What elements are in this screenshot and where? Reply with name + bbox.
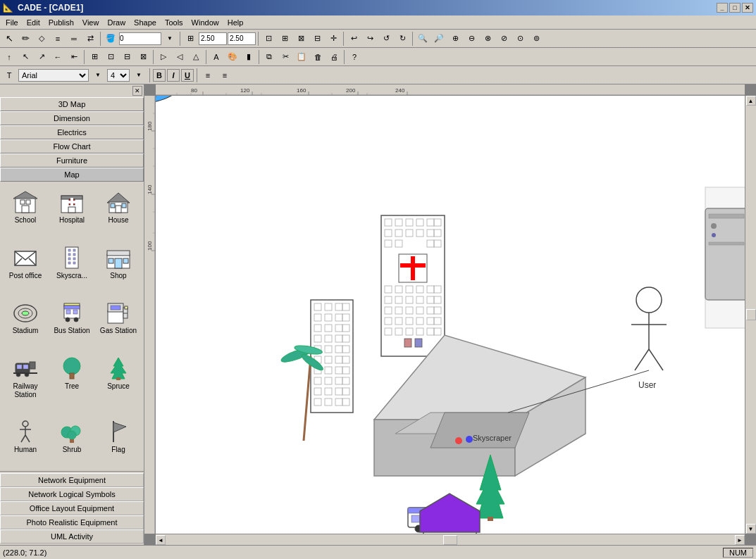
cat-photo-realistic[interactable]: Photo Realistic Equipment <box>0 515 144 529</box>
tool-g2[interactable]: ⊞ <box>277 31 292 46</box>
tool-grid[interactable]: ⊞ <box>182 31 198 46</box>
underline-btn[interactable]: U <box>181 69 194 82</box>
tool-z5[interactable]: ⊗ <box>480 31 495 46</box>
icon-post-office[interactable]: Post office <box>3 240 48 294</box>
t2-8[interactable]: ⊟ <box>119 49 135 65</box>
t2-d[interactable]: A <box>209 49 224 65</box>
t2-2[interactable]: ↖ <box>18 49 33 65</box>
t2-4[interactable]: ← <box>50 49 66 65</box>
icon-school[interactable]: School <box>3 184 48 239</box>
align-left[interactable]: ≡ <box>200 68 216 83</box>
menu-file[interactable]: File <box>1 17 23 28</box>
cat-map[interactable]: Map <box>0 168 144 182</box>
tool-fill[interactable]: 🪣 <box>103 31 118 46</box>
italic-btn[interactable]: I <box>167 69 180 82</box>
icon-shop[interactable]: Shop <box>96 240 141 294</box>
bold-btn[interactable]: B <box>153 69 166 82</box>
icon-shrub[interactable]: Shrub <box>49 414 94 468</box>
icon-gas-station[interactable]: Gas Station <box>96 295 141 349</box>
minimize-btn[interactable]: _ <box>717 3 728 13</box>
t2-5[interactable]: ⇤ <box>66 49 82 65</box>
icon-spruce[interactable]: Spruce <box>96 351 141 413</box>
t2-cut[interactable]: ✂ <box>278 49 293 65</box>
scroll-up-btn[interactable]: ▲ <box>746 96 756 106</box>
icon-skyscraper[interactable]: Skyscra... <box>49 240 94 294</box>
combo-dropdown[interactable]: ▼ <box>162 31 178 46</box>
panel-close-btn[interactable]: ✕ <box>132 86 142 96</box>
size-dropdown[interactable]: ▼ <box>131 68 147 83</box>
tool-lines[interactable]: ≡ <box>50 31 66 46</box>
scroll-right-btn[interactable]: ► <box>735 535 745 545</box>
align-right[interactable]: ≡ <box>217 68 233 83</box>
cat-electrics[interactable]: Electrics <box>0 125 144 139</box>
t2-e[interactable]: 🎨 <box>225 49 240 65</box>
icon-flag[interactable]: Flag <box>96 414 141 468</box>
scroll-down-btn[interactable]: ▼ <box>746 524 756 534</box>
t2-1[interactable]: ↑ <box>1 49 17 65</box>
tool-z1[interactable]: 🔍 <box>415 31 430 46</box>
tool-equal[interactable]: ═ <box>66 31 82 46</box>
menu-edit[interactable]: Edit <box>23 17 44 28</box>
cat-office-layout[interactable]: Office Layout Equipment <box>0 501 144 515</box>
tool-g1[interactable]: ⊡ <box>261 31 276 46</box>
size-select[interactable]: 4 6 8 10 12 <box>107 69 130 82</box>
tool-z6[interactable]: ⊘ <box>496 31 512 46</box>
icon-bus-station[interactable]: Bus Station <box>49 295 94 349</box>
t2-f[interactable]: ▮ <box>241 49 256 65</box>
tool-r1[interactable]: ↩ <box>346 31 361 46</box>
cat-flow-chart[interactable]: Flow Chart <box>0 139 144 153</box>
tool-snap[interactable]: ✛ <box>326 31 341 46</box>
icon-hospital[interactable]: Hospital <box>49 184 94 239</box>
zoom-x[interactable] <box>199 32 227 45</box>
icon-human[interactable]: Human <box>3 414 48 468</box>
tool-arr2[interactable]: ⇄ <box>82 31 98 46</box>
font-select[interactable]: Arial Times New Roman Courier <box>18 69 89 82</box>
cat-3d-map[interactable]: 3D Map <box>0 97 144 111</box>
icon-stadium[interactable]: Stadium <box>3 295 48 349</box>
t2-b[interactable]: ◁ <box>172 49 187 65</box>
menu-window[interactable]: Window <box>187 17 223 28</box>
t2-a[interactable]: ▷ <box>156 49 171 65</box>
combo-input[interactable] <box>119 32 161 45</box>
tool-r3[interactable]: ↺ <box>378 31 394 46</box>
t2-del[interactable]: 🗑 <box>310 49 326 65</box>
tool-z8[interactable]: ⊚ <box>528 31 544 46</box>
tool-g4[interactable]: ⊟ <box>309 31 325 46</box>
t2-help[interactable]: ? <box>347 49 362 65</box>
scroll-thumb-h[interactable] <box>443 535 457 545</box>
scroll-left-btn[interactable]: ◄ <box>156 535 166 545</box>
tool-r2[interactable]: ↪ <box>362 31 378 46</box>
scroll-thumb-v[interactable] <box>746 309 756 320</box>
menu-help[interactable]: Help <box>223 17 248 28</box>
cat-dimension[interactable]: Dimension <box>0 111 144 125</box>
t2-paste[interactable]: 📋 <box>294 49 309 65</box>
t2-3[interactable]: ↗ <box>34 49 49 65</box>
menu-view[interactable]: View <box>78 17 104 28</box>
close-btn-main[interactable]: ✕ <box>742 3 753 13</box>
horizontal-scrollbar[interactable]: ◄ ► <box>156 534 745 545</box>
font-dropdown[interactable]: ▼ <box>90 68 106 83</box>
vertical-scrollbar[interactable]: ▲ ▼ <box>745 96 756 534</box>
t2-c[interactable]: △ <box>188 49 204 65</box>
t2-7[interactable]: ⊡ <box>103 49 118 65</box>
drawing-canvas[interactable]: User <box>156 96 745 534</box>
menu-draw[interactable]: Draw <box>103 17 130 28</box>
menu-publish[interactable]: Publish <box>44 17 78 28</box>
maximize-btn[interactable]: □ <box>729 3 740 13</box>
tool-z3[interactable]: ⊕ <box>447 31 463 46</box>
icon-railway[interactable]: Railway Station <box>3 351 48 413</box>
tool-z2[interactable]: 🔎 <box>431 31 447 46</box>
tool-arrow[interactable]: ↖ <box>1 31 17 46</box>
t2-9[interactable]: ⊠ <box>135 49 151 65</box>
cat-furniture[interactable]: Furniture <box>0 153 144 168</box>
tool-r4[interactable]: ↻ <box>395 31 410 46</box>
t2-copy[interactable]: ⧉ <box>261 49 277 65</box>
tool-z7[interactable]: ⊙ <box>512 31 528 46</box>
menu-shape[interactable]: Shape <box>130 17 161 28</box>
t2-print[interactable]: 🖨 <box>326 49 342 65</box>
menu-tools[interactable]: Tools <box>161 17 187 28</box>
cat-network-equipment[interactable]: Network Equipment <box>0 473 144 487</box>
tool-z4[interactable]: ⊖ <box>464 31 479 46</box>
icon-tree[interactable]: Tree <box>49 351 94 413</box>
tool-pencil[interactable]: ✏ <box>18 31 33 46</box>
